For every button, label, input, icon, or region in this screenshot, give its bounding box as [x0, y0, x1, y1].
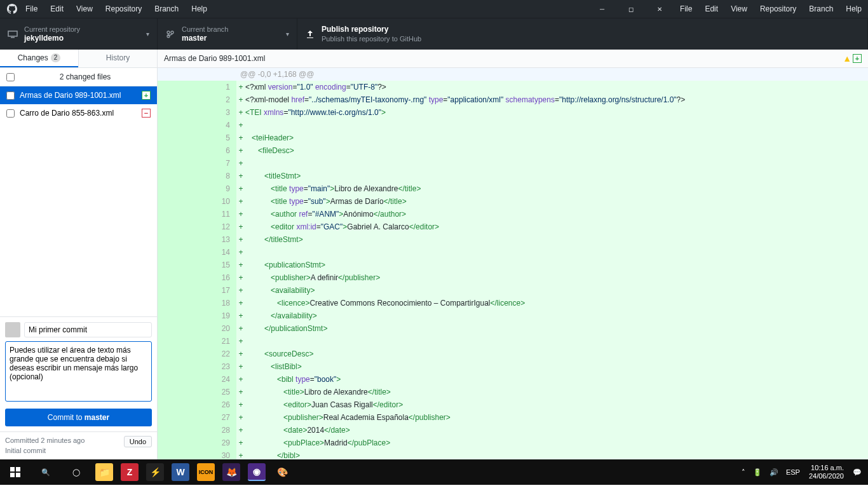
- line-gutter: 9: [158, 182, 236, 195]
- menu-branch[interactable]: Branch: [803, 0, 839, 18]
- menu-repository[interactable]: Repository: [754, 0, 803, 18]
- line-gutter: 14: [158, 246, 236, 259]
- start-button[interactable]: [0, 459, 31, 485]
- code-line: +: [236, 157, 868, 170]
- commit-description-input[interactable]: [5, 341, 152, 402]
- current-repository-selector[interactable]: Current repository jekylldemo ▾: [0, 18, 158, 50]
- files-summary: 2 changed files: [20, 72, 151, 81]
- code-line: + <publicationStmt>: [236, 259, 868, 271]
- svg-rect-2: [10, 473, 15, 477]
- publish-repository-button[interactable]: Publish repository Publish this reposito…: [297, 18, 868, 50]
- file-name: Carro de Dario 855-863.xml: [20, 109, 142, 118]
- line-gutter: 5: [158, 132, 236, 144]
- code-line: + </availability>: [236, 309, 868, 322]
- code-line: + <fileDesc>: [236, 144, 868, 157]
- line-gutter: 4: [158, 119, 236, 132]
- menu-file[interactable]: File: [674, 0, 698, 18]
- code-line: +<TEI xmlns="http://www.tei-c.org/ns/1.0…: [236, 106, 868, 119]
- maximize-button[interactable]: ◻: [616, 0, 645, 18]
- menu-view[interactable]: View: [724, 0, 754, 18]
- file-header: Armas de Dario 989-1001.xml ▲ +: [158, 50, 868, 68]
- menu-repository[interactable]: Repository: [99, 0, 148, 18]
- cortana-button[interactable]: ◯: [61, 459, 92, 485]
- menu-help[interactable]: Help: [185, 0, 214, 18]
- code-line: + <listBibl>: [236, 360, 868, 373]
- tray-clock[interactable]: 10:16 a.m. 24/06/2020: [804, 464, 849, 480]
- code-line: + </titleStmt>: [236, 233, 868, 246]
- file-header-name: Armas de Dario 989-1001.xml: [164, 54, 843, 63]
- undo-button[interactable]: Undo: [124, 436, 152, 447]
- line-gutter: 23: [158, 360, 236, 373]
- taskbar-app-explorer[interactable]: 📁: [92, 459, 117, 485]
- files-header: 2 changed files: [0, 68, 157, 86]
- diff-view[interactable]: @@ -0,0 +1,168 @@1+<?xml version="1.0" e…: [158, 68, 868, 459]
- windows-taskbar: 🔍 ◯ 📁 Z ⚡ W ICON 🦊 ◉ 🎨 ˄ 🔋 🔊 ESP 10:16 a…: [0, 459, 868, 485]
- tab-changes[interactable]: Changes 2: [0, 50, 78, 67]
- file-row[interactable]: Armas de Dario 989-1001.xml+: [0, 86, 157, 104]
- line-gutter: 13: [158, 233, 236, 246]
- taskbar-app-winamp[interactable]: ⚡: [142, 459, 168, 485]
- svg-rect-1: [16, 467, 20, 471]
- code-line: + <publisher>Real Academia Española</pub…: [236, 411, 868, 424]
- line-gutter: 12: [158, 220, 236, 233]
- taskbar-app-zotero[interactable]: Z: [117, 459, 142, 485]
- line-gutter: 8: [158, 170, 236, 182]
- line-gutter: 6: [158, 144, 236, 157]
- toolbar: Current repository jekylldemo ▾ Current …: [0, 18, 868, 50]
- menu-view[interactable]: View: [70, 0, 99, 18]
- changes-count-badge: 2: [51, 53, 61, 62]
- commit-button[interactable]: Commit to master: [5, 409, 152, 426]
- file-checkbox[interactable]: [6, 109, 15, 118]
- menu-edit[interactable]: Edit: [698, 0, 724, 18]
- code-line: +: [236, 119, 868, 132]
- code-line: +<?xml version="1.0" encoding="UTF-8"?>: [236, 81, 868, 93]
- code-line: + </publicationStmt>: [236, 322, 868, 335]
- commit-form: Commit to master: [0, 316, 157, 431]
- code-line: + <publisher>A definir</publisher>: [236, 271, 868, 284]
- diff-panel: Armas de Dario 989-1001.xml ▲ + @@ -0,0 …: [158, 50, 868, 459]
- tray-language[interactable]: ESP: [782, 459, 804, 485]
- current-branch-selector[interactable]: Current branch master ▾: [158, 18, 297, 50]
- line-gutter: 26: [158, 398, 236, 411]
- file-checkbox[interactable]: [6, 92, 15, 100]
- code-line: +: [236, 246, 868, 259]
- line-gutter: 2: [158, 93, 236, 106]
- line-gutter: 11: [158, 208, 236, 220]
- code-line: +<?xml-model href="../schemas/myTEI-taxo…: [236, 93, 868, 106]
- code-line: + <titleStmt>: [236, 170, 868, 182]
- taskbar-app-firefox[interactable]: 🦊: [219, 459, 244, 485]
- line-gutter: 16: [158, 271, 236, 284]
- line-gutter: 27: [158, 411, 236, 424]
- tray-battery-icon[interactable]: 🔋: [749, 459, 766, 485]
- code-line: + <licence>Creative Commons Reconocimien…: [236, 297, 868, 309]
- menu-edit[interactable]: Edit: [44, 0, 70, 18]
- menu-branch[interactable]: Branch: [148, 0, 185, 18]
- select-all-checkbox[interactable]: [6, 73, 15, 81]
- taskbar-app-icon[interactable]: ICON: [193, 459, 219, 485]
- menu-file[interactable]: File: [19, 0, 44, 18]
- code-line: + <availability>: [236, 284, 868, 297]
- taskbar-app-paint[interactable]: 🎨: [269, 459, 295, 485]
- file-row[interactable]: Carro de Dario 855-863.xml−: [0, 104, 157, 122]
- commit-summary-input[interactable]: [24, 322, 152, 337]
- line-gutter: 20: [158, 322, 236, 335]
- line-gutter: 10: [158, 195, 236, 208]
- branch-label: Current branch: [182, 25, 228, 34]
- tray-chevron-icon[interactable]: ˄: [738, 459, 749, 485]
- taskbar-app-word[interactable]: W: [168, 459, 193, 485]
- line-gutter: 24: [158, 373, 236, 386]
- chevron-down-icon: ▾: [286, 30, 289, 37]
- code-line: + <bibl type="book">: [236, 373, 868, 386]
- minimize-button[interactable]: ─: [588, 0, 616, 18]
- svg-rect-0: [10, 467, 15, 471]
- menu-help[interactable]: Help: [839, 0, 868, 18]
- added-icon: +: [142, 91, 151, 100]
- code-line: + <title>Libro de Alexandre</title>: [236, 386, 868, 398]
- tab-history[interactable]: History: [78, 50, 157, 67]
- tray-notifications-icon[interactable]: 💬: [849, 459, 865, 485]
- close-button[interactable]: ✕: [645, 0, 674, 18]
- line-gutter: 28: [158, 424, 236, 437]
- taskbar-app-github[interactable]: ◉: [244, 459, 269, 485]
- tray-volume-icon[interactable]: 🔊: [766, 459, 782, 485]
- search-button[interactable]: 🔍: [31, 459, 61, 485]
